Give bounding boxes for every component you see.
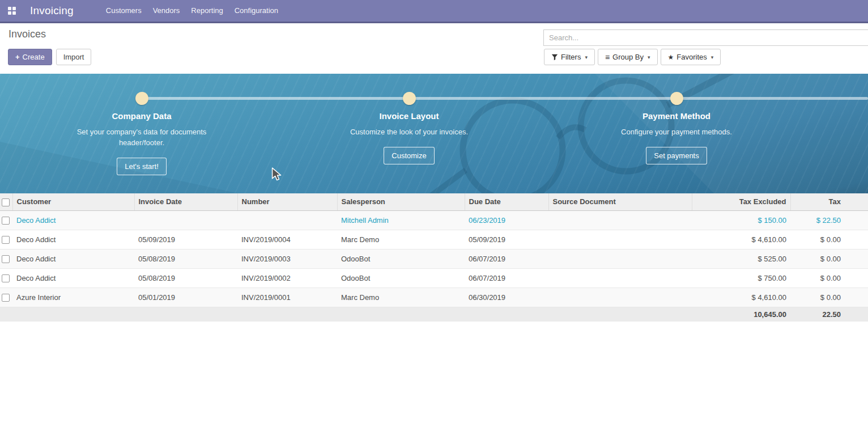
due-date-cell[interactable]: 06/07/2019 xyxy=(465,249,548,268)
row-checkbox[interactable] xyxy=(2,294,10,302)
create-button[interactable]: + Create xyxy=(8,49,52,65)
onboarding-step-invoice-layout: Invoice Layout Customize the look of you… xyxy=(324,111,494,164)
search-input[interactable] xyxy=(543,29,868,46)
step-description: Set your company's data for documents he… xyxy=(74,126,210,148)
salesperson-cell[interactable]: OdooBot xyxy=(337,249,465,268)
col-header-tax[interactable]: Tax xyxy=(790,193,868,210)
col-header-invoice-date[interactable]: Invoice Date xyxy=(134,193,237,210)
onboarding-banner: Company Data Set your company's data for… xyxy=(0,74,868,193)
source-document-cell[interactable] xyxy=(548,210,692,230)
tax-cell[interactable]: $ 0.00 xyxy=(790,249,868,268)
group-by-button[interactable]: ≡ Group By ▾ xyxy=(598,49,658,65)
source-document-cell[interactable] xyxy=(548,249,692,268)
onboarding-step-payment-method: Payment Method Configure your payment me… xyxy=(592,111,761,164)
row-checkbox[interactable] xyxy=(2,217,10,225)
footer-empty xyxy=(12,307,692,322)
source-document-cell[interactable] xyxy=(548,230,692,249)
number-cell[interactable]: INV/2019/0001 xyxy=(237,288,337,307)
invoice-date-cell[interactable]: 05/08/2019 xyxy=(134,268,237,288)
table-footer-row: 10,645.00 22.50 xyxy=(0,307,868,322)
source-document-cell[interactable] xyxy=(548,268,692,288)
invoice-date-cell[interactable]: 05/01/2019 xyxy=(134,288,237,307)
number-cell[interactable]: INV/2019/0003 xyxy=(237,249,337,268)
action-buttons: + Create Import xyxy=(8,49,91,65)
row-checkbox[interactable] xyxy=(2,274,10,282)
select-all-checkbox[interactable] xyxy=(2,198,10,206)
nav-menu-customers[interactable]: Customers xyxy=(100,0,147,22)
tax-cell[interactable]: $ 0.00 xyxy=(790,230,868,249)
col-header-salesperson[interactable]: Salesperson xyxy=(337,193,465,210)
due-date-cell[interactable]: 06/30/2019 xyxy=(465,288,548,307)
top-navbar: Invoicing Customers Vendors Reporting Co… xyxy=(0,0,868,23)
salesperson-cell[interactable]: Marc Demo xyxy=(337,288,465,307)
table-row[interactable]: Deco Addict 05/09/2019 INV/2019/0004 Mar… xyxy=(0,230,868,249)
number-cell[interactable]: INV/2019/0004 xyxy=(237,230,337,249)
page-title: Invoices xyxy=(8,28,46,40)
table-row[interactable]: Deco Addict Mitchell Admin 06/23/2019 $ … xyxy=(0,210,868,230)
col-header-customer[interactable]: Customer xyxy=(12,193,134,210)
invoice-date-cell[interactable]: 05/08/2019 xyxy=(134,249,237,268)
salesperson-cell[interactable]: OdooBot xyxy=(337,268,465,288)
due-date-cell[interactable]: 06/07/2019 xyxy=(465,268,548,288)
select-all-header[interactable] xyxy=(0,193,12,210)
filters-button[interactable]: Filters ▾ xyxy=(544,49,595,65)
tax-excluded-cell[interactable]: $ 150.00 xyxy=(692,210,790,230)
table-row[interactable]: Deco Addict 05/08/2019 INV/2019/0003 Odo… xyxy=(0,249,868,268)
customer-cell[interactable]: Azure Interior xyxy=(12,288,134,307)
favorites-button[interactable]: ★ Favorites ▾ xyxy=(661,49,721,65)
col-header-source-document[interactable]: Source Document xyxy=(548,193,692,210)
control-panel: Invoices + Create Import Filters ▾ ≡ Gro… xyxy=(0,23,868,74)
tax-cell[interactable]: $ 0.00 xyxy=(790,268,868,288)
tax-excluded-cell[interactable]: $ 525.00 xyxy=(692,249,790,268)
onboarding-progress-line xyxy=(142,97,868,100)
number-cell[interactable]: INV/2019/0002 xyxy=(237,268,337,288)
apps-grid-icon[interactable] xyxy=(8,7,16,15)
salesperson-cell[interactable]: Marc Demo xyxy=(337,230,465,249)
row-select-cell[interactable] xyxy=(0,268,12,288)
filters-button-label: Filters xyxy=(561,53,581,61)
source-document-cell[interactable] xyxy=(548,288,692,307)
app-title[interactable]: Invoicing xyxy=(30,5,74,17)
col-header-due-date[interactable]: Due Date xyxy=(465,193,548,210)
table-header-row: Customer Invoice Date Number Salesperson… xyxy=(0,193,868,210)
footer-empty xyxy=(0,307,12,322)
due-date-cell[interactable]: 05/09/2019 xyxy=(465,230,548,249)
col-header-tax-excluded[interactable]: Tax Excluded xyxy=(692,193,790,210)
row-checkbox[interactable] xyxy=(2,255,10,263)
tax-excluded-cell[interactable]: $ 750.00 xyxy=(692,268,790,288)
customer-cell[interactable]: Deco Addict xyxy=(12,230,134,249)
customer-cell[interactable]: Deco Addict xyxy=(12,249,134,268)
customer-link[interactable]: Deco Addict xyxy=(16,216,56,225)
lets-start-button[interactable]: Let's start! xyxy=(117,158,167,175)
invoice-date-cell[interactable] xyxy=(134,210,237,230)
set-payments-button[interactable]: Set payments xyxy=(646,147,707,164)
tax-excluded-cell[interactable]: $ 4,610.00 xyxy=(692,230,790,249)
tax-excluded-cell[interactable]: $ 4,610.00 xyxy=(692,288,790,307)
customize-button[interactable]: Customize xyxy=(384,147,434,164)
nav-menu-configuration[interactable]: Configuration xyxy=(229,0,284,22)
step-title: Company Data xyxy=(57,111,227,121)
group-by-button-label: Group By xyxy=(612,53,644,61)
row-select-cell[interactable] xyxy=(0,210,12,230)
table-row[interactable]: Azure Interior 05/01/2019 INV/2019/0001 … xyxy=(0,288,868,307)
invoice-date-cell[interactable]: 05/09/2019 xyxy=(134,230,237,249)
nav-menu-reporting[interactable]: Reporting xyxy=(185,0,228,22)
step-dot-payment-method xyxy=(670,92,683,105)
customer-cell[interactable]: Deco Addict xyxy=(12,268,134,288)
table-row[interactable]: Deco Addict 05/08/2019 INV/2019/0002 Odo… xyxy=(0,268,868,288)
search-filter-buttons: Filters ▾ ≡ Group By ▾ ★ Favorites ▾ xyxy=(544,49,721,65)
tax-cell[interactable]: $ 22.50 xyxy=(790,210,868,230)
nav-menu-vendors[interactable]: Vendors xyxy=(147,0,186,22)
number-cell[interactable] xyxy=(237,210,337,230)
due-date-cell[interactable]: 06/23/2019 xyxy=(465,210,548,230)
row-select-cell[interactable] xyxy=(0,230,12,249)
row-select-cell[interactable] xyxy=(0,249,12,268)
row-checkbox[interactable] xyxy=(2,236,10,244)
import-button[interactable]: Import xyxy=(56,49,92,65)
chevron-down-icon: ▾ xyxy=(585,54,588,60)
salesperson-link[interactable]: Mitchell Admin xyxy=(341,216,389,225)
row-select-cell[interactable] xyxy=(0,288,12,307)
onboarding-step-company-data: Company Data Set your company's data for… xyxy=(57,111,227,175)
tax-cell[interactable]: $ 0.00 xyxy=(790,288,868,307)
col-header-number[interactable]: Number xyxy=(237,193,337,210)
